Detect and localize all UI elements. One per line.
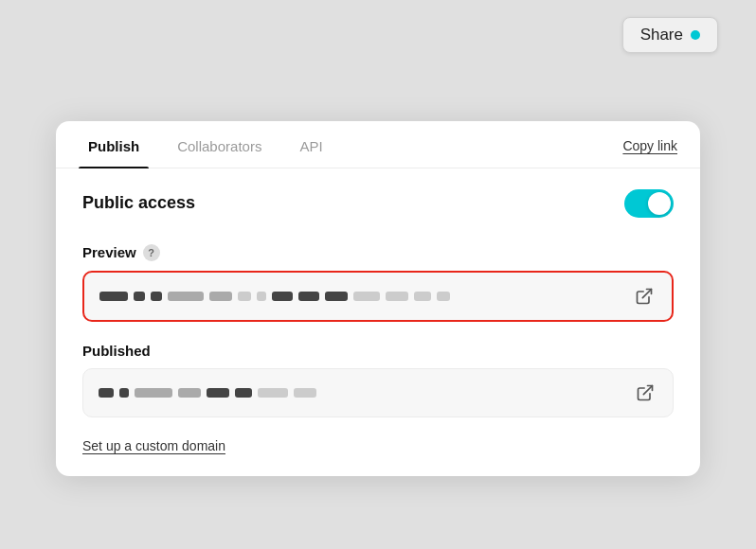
- published-external-link-icon[interactable]: [633, 381, 657, 405]
- share-dot: [691, 30, 700, 40]
- published-url-blocks: [99, 388, 625, 398]
- url-block: [437, 292, 450, 301]
- url-block: [294, 388, 316, 398]
- url-block: [257, 292, 266, 301]
- published-url-bar[interactable]: [82, 368, 674, 417]
- public-access-row: Public access: [82, 189, 674, 218]
- url-block: [99, 292, 128, 301]
- public-access-label: Public access: [82, 193, 195, 213]
- url-block: [99, 388, 114, 398]
- preview-url-blocks: [99, 292, 624, 301]
- tabs-row: Publish Collaborators API Copy link: [56, 121, 700, 168]
- share-button[interactable]: Share: [622, 17, 718, 53]
- url-block: [414, 292, 431, 301]
- preview-url-bar[interactable]: [82, 271, 674, 322]
- published-label-text: Published: [82, 343, 151, 359]
- svg-line-1: [643, 385, 652, 394]
- copy-link-button[interactable]: Copy link: [622, 121, 677, 167]
- tab-collaborators[interactable]: Collaborators: [168, 121, 271, 168]
- url-block: [258, 388, 288, 398]
- url-block: [325, 292, 348, 301]
- url-block: [298, 292, 319, 301]
- custom-domain-link[interactable]: Set up a custom domain: [82, 438, 674, 453]
- preview-label: Preview ?: [82, 244, 674, 261]
- share-label: Share: [640, 26, 683, 44]
- tab-api[interactable]: API: [290, 121, 332, 168]
- preview-label-text: Preview: [82, 244, 136, 260]
- panel-content: Public access Preview ?: [56, 168, 700, 453]
- published-section: Published: [82, 343, 674, 417]
- url-block: [134, 292, 145, 301]
- url-block: [272, 292, 293, 301]
- url-block: [207, 388, 229, 398]
- url-block: [119, 388, 129, 398]
- public-access-toggle[interactable]: [624, 189, 674, 218]
- preview-external-link-icon[interactable]: [632, 284, 657, 309]
- published-label: Published: [82, 343, 674, 359]
- url-block: [386, 292, 408, 301]
- page-wrapper: Share Publish Collaborators API Copy lin…: [0, 0, 756, 549]
- url-block: [178, 388, 201, 398]
- preview-help-icon[interactable]: ?: [143, 244, 160, 261]
- url-block: [353, 292, 380, 301]
- share-panel: Publish Collaborators API Copy link Publ…: [56, 121, 700, 476]
- url-block: [238, 292, 251, 301]
- preview-section: Preview ?: [82, 244, 674, 322]
- url-block: [235, 388, 252, 398]
- url-block: [135, 388, 172, 398]
- tab-publish[interactable]: Publish: [79, 121, 149, 168]
- svg-line-0: [642, 289, 651, 297]
- url-block: [151, 292, 162, 301]
- url-block: [168, 292, 204, 301]
- url-block: [209, 292, 232, 301]
- toggle-knob: [648, 192, 671, 215]
